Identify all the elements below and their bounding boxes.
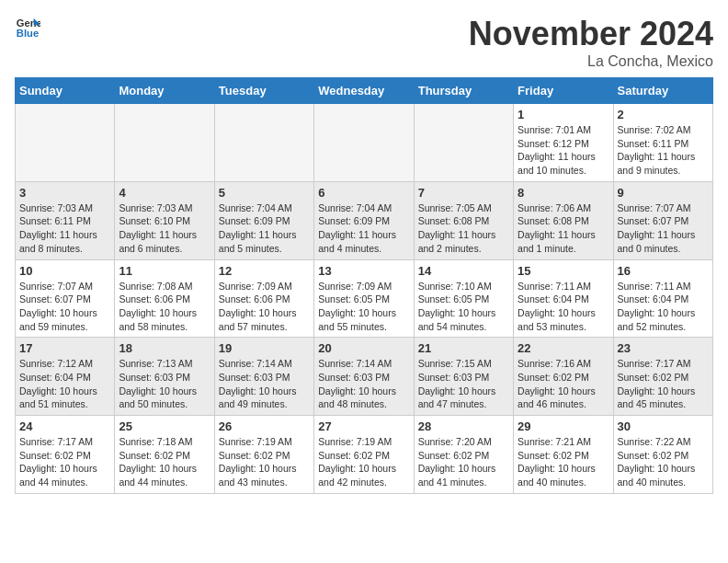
day-info: Sunrise: 7:13 AM Sunset: 6:03 PM Dayligh…: [119, 357, 210, 411]
day-number: 18: [119, 341, 210, 355]
calendar-day-cell: [314, 104, 414, 182]
svg-text:Blue: Blue: [17, 28, 39, 39]
weekday-header: Wednesday: [314, 78, 414, 104]
day-number: 3: [19, 186, 110, 200]
day-info: Sunrise: 7:02 AM Sunset: 6:11 PM Dayligh…: [618, 123, 709, 178]
weekday-header: Sunday: [16, 78, 115, 104]
calendar-day-cell: [16, 104, 115, 182]
weekday-header: Thursday: [414, 78, 513, 104]
day-number: 13: [318, 264, 409, 278]
calendar-header-row: SundayMondayTuesdayWednesdayThursdayFrid…: [16, 78, 713, 104]
day-number: 29: [518, 419, 609, 433]
day-info: Sunrise: 7:07 AM Sunset: 6:07 PM Dayligh…: [618, 201, 709, 256]
calendar-day-cell: 27Sunrise: 7:19 AM Sunset: 6:02 PM Dayli…: [314, 416, 414, 494]
day-number: 17: [19, 341, 110, 355]
day-number: 6: [318, 186, 409, 200]
calendar-day-cell: 7Sunrise: 7:05 AM Sunset: 6:08 PM Daylig…: [414, 181, 513, 259]
calendar-day-cell: 25Sunrise: 7:18 AM Sunset: 6:02 PM Dayli…: [115, 416, 214, 494]
calendar-day-cell: 26Sunrise: 7:19 AM Sunset: 6:02 PM Dayli…: [214, 416, 313, 494]
calendar-week-row: 3Sunrise: 7:03 AM Sunset: 6:11 PM Daylig…: [16, 181, 713, 259]
calendar-table: SundayMondayTuesdayWednesdayThursdayFrid…: [15, 77, 713, 494]
day-info: Sunrise: 7:04 AM Sunset: 6:09 PM Dayligh…: [219, 201, 310, 256]
calendar-day-cell: 21Sunrise: 7:15 AM Sunset: 6:03 PM Dayli…: [414, 338, 513, 416]
calendar-day-cell: 18Sunrise: 7:13 AM Sunset: 6:03 PM Dayli…: [115, 338, 214, 416]
calendar-day-cell: 5Sunrise: 7:04 AM Sunset: 6:09 PM Daylig…: [214, 181, 313, 259]
day-number: 21: [418, 341, 509, 355]
calendar-day-cell: 6Sunrise: 7:04 AM Sunset: 6:09 PM Daylig…: [314, 181, 414, 259]
calendar-day-cell: 22Sunrise: 7:16 AM Sunset: 6:02 PM Dayli…: [514, 338, 613, 416]
day-number: 14: [418, 264, 509, 278]
day-info: Sunrise: 7:14 AM Sunset: 6:03 PM Dayligh…: [318, 357, 409, 411]
calendar-day-cell: 24Sunrise: 7:17 AM Sunset: 6:02 PM Dayli…: [16, 416, 115, 494]
calendar-body: 1Sunrise: 7:01 AM Sunset: 6:12 PM Daylig…: [16, 104, 713, 494]
day-info: Sunrise: 7:11 AM Sunset: 6:04 PM Dayligh…: [518, 280, 609, 334]
day-number: 28: [418, 419, 509, 433]
calendar-day-cell: 4Sunrise: 7:03 AM Sunset: 6:10 PM Daylig…: [115, 181, 214, 259]
day-info: Sunrise: 7:17 AM Sunset: 6:02 PM Dayligh…: [19, 435, 110, 489]
calendar-day-cell: 14Sunrise: 7:10 AM Sunset: 6:05 PM Dayli…: [414, 259, 513, 338]
calendar-day-cell: 9Sunrise: 7:07 AM Sunset: 6:07 PM Daylig…: [613, 181, 712, 259]
day-number: 10: [19, 264, 110, 278]
day-info: Sunrise: 7:11 AM Sunset: 6:04 PM Dayligh…: [618, 280, 709, 334]
calendar-week-row: 10Sunrise: 7:07 AM Sunset: 6:07 PM Dayli…: [16, 259, 713, 338]
calendar-day-cell: [414, 104, 513, 182]
day-number: 5: [219, 186, 310, 200]
title-area: November 2024 La Concha, Mexico: [469, 15, 713, 70]
calendar-day-cell: 30Sunrise: 7:22 AM Sunset: 6:02 PM Dayli…: [613, 416, 712, 494]
day-number: 26: [219, 419, 310, 433]
page-header: General Blue November 2024 La Concha, Me…: [15, 15, 713, 70]
day-number: 24: [19, 419, 110, 433]
day-info: Sunrise: 7:03 AM Sunset: 6:11 PM Dayligh…: [19, 201, 110, 256]
calendar-day-cell: 13Sunrise: 7:09 AM Sunset: 6:05 PM Dayli…: [314, 259, 414, 338]
calendar-day-cell: 11Sunrise: 7:08 AM Sunset: 6:06 PM Dayli…: [115, 259, 214, 338]
month-title: November 2024: [469, 15, 713, 53]
day-info: Sunrise: 7:09 AM Sunset: 6:06 PM Dayligh…: [219, 280, 310, 334]
calendar-week-row: 1Sunrise: 7:01 AM Sunset: 6:12 PM Daylig…: [16, 104, 713, 182]
day-number: 1: [518, 108, 609, 121]
day-info: Sunrise: 7:04 AM Sunset: 6:09 PM Dayligh…: [318, 201, 409, 256]
calendar-day-cell: 23Sunrise: 7:17 AM Sunset: 6:02 PM Dayli…: [613, 338, 712, 416]
day-info: Sunrise: 7:19 AM Sunset: 6:02 PM Dayligh…: [318, 435, 409, 489]
weekday-header: Monday: [115, 78, 214, 104]
location: La Concha, Mexico: [469, 53, 713, 70]
weekday-header: Friday: [514, 78, 613, 104]
day-number: 12: [219, 264, 310, 278]
day-info: Sunrise: 7:15 AM Sunset: 6:03 PM Dayligh…: [418, 357, 509, 411]
day-number: 15: [518, 264, 609, 278]
day-info: Sunrise: 7:18 AM Sunset: 6:02 PM Dayligh…: [119, 435, 210, 489]
day-info: Sunrise: 7:06 AM Sunset: 6:08 PM Dayligh…: [518, 201, 609, 256]
day-info: Sunrise: 7:22 AM Sunset: 6:02 PM Dayligh…: [618, 435, 709, 489]
calendar-day-cell: [214, 104, 313, 182]
day-info: Sunrise: 7:09 AM Sunset: 6:05 PM Dayligh…: [318, 280, 409, 334]
day-info: Sunrise: 7:14 AM Sunset: 6:03 PM Dayligh…: [219, 357, 310, 411]
day-number: 27: [318, 419, 409, 433]
calendar-day-cell: 19Sunrise: 7:14 AM Sunset: 6:03 PM Dayli…: [214, 338, 313, 416]
day-info: Sunrise: 7:07 AM Sunset: 6:07 PM Dayligh…: [19, 280, 110, 334]
day-info: Sunrise: 7:12 AM Sunset: 6:04 PM Dayligh…: [19, 357, 110, 411]
day-info: Sunrise: 7:19 AM Sunset: 6:02 PM Dayligh…: [219, 435, 310, 489]
calendar-day-cell: 3Sunrise: 7:03 AM Sunset: 6:11 PM Daylig…: [16, 181, 115, 259]
day-info: Sunrise: 7:10 AM Sunset: 6:05 PM Dayligh…: [418, 280, 509, 334]
day-info: Sunrise: 7:17 AM Sunset: 6:02 PM Dayligh…: [618, 357, 709, 411]
calendar-day-cell: 8Sunrise: 7:06 AM Sunset: 6:08 PM Daylig…: [514, 181, 613, 259]
calendar-day-cell: 15Sunrise: 7:11 AM Sunset: 6:04 PM Dayli…: [514, 259, 613, 338]
day-info: Sunrise: 7:05 AM Sunset: 6:08 PM Dayligh…: [418, 201, 509, 256]
day-info: Sunrise: 7:16 AM Sunset: 6:02 PM Dayligh…: [518, 357, 609, 411]
calendar-week-row: 24Sunrise: 7:17 AM Sunset: 6:02 PM Dayli…: [16, 416, 713, 494]
day-number: 9: [618, 186, 709, 200]
day-info: Sunrise: 7:01 AM Sunset: 6:12 PM Dayligh…: [518, 123, 609, 178]
day-info: Sunrise: 7:20 AM Sunset: 6:02 PM Dayligh…: [418, 435, 509, 489]
day-info: Sunrise: 7:08 AM Sunset: 6:06 PM Dayligh…: [119, 280, 210, 334]
day-number: 22: [518, 341, 609, 355]
calendar-day-cell: 10Sunrise: 7:07 AM Sunset: 6:07 PM Dayli…: [16, 259, 115, 338]
calendar-day-cell: 1Sunrise: 7:01 AM Sunset: 6:12 PM Daylig…: [514, 104, 613, 182]
logo-icon: General Blue: [15, 15, 40, 40]
calendar-day-cell: 2Sunrise: 7:02 AM Sunset: 6:11 PM Daylig…: [613, 104, 712, 182]
day-number: 20: [318, 341, 409, 355]
day-info: Sunrise: 7:21 AM Sunset: 6:02 PM Dayligh…: [518, 435, 609, 489]
logo: General Blue: [15, 15, 40, 40]
day-number: 30: [618, 419, 709, 433]
calendar-day-cell: 20Sunrise: 7:14 AM Sunset: 6:03 PM Dayli…: [314, 338, 414, 416]
calendar-day-cell: 16Sunrise: 7:11 AM Sunset: 6:04 PM Dayli…: [613, 259, 712, 338]
day-number: 19: [219, 341, 310, 355]
